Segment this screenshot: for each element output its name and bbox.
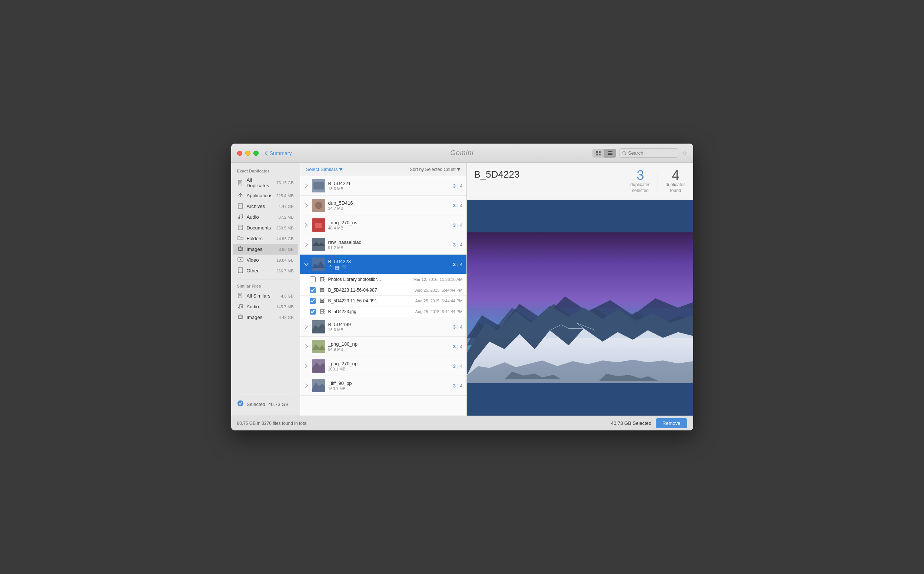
preview-pane: B_5D4223 3 duplicatesselected 4 duplicat… <box>467 163 693 416</box>
search-box[interactable] <box>619 148 678 158</box>
group-thumb-B_5D4221 <box>312 179 325 192</box>
group-size-B_5D4221: 13.6 MB <box>328 186 450 191</box>
dropdown-arrow-icon <box>339 168 343 171</box>
file-checkbox-b5d4223-987[interactable] <box>310 287 316 293</box>
bottom-selected: 40.73 GB Selected <box>611 420 651 426</box>
similars-doc-icon <box>237 292 244 298</box>
group-dng_270_ns[interactable]: _dng_270_ns 48.4 MB 3 | 4 <box>300 215 467 235</box>
minimize-button[interactable] <box>245 151 250 156</box>
sidebar-item-audio[interactable]: Audio 87.2 MB <box>231 212 300 222</box>
file-row-photos-lib[interactable]: 🖼 Photos Library.photoslibr… Mar 12, 201… <box>300 274 467 285</box>
chevron-right-icon <box>304 203 309 208</box>
group-size-B_5D4199: 13.6 MB <box>328 328 450 332</box>
list-view-button[interactable] <box>604 149 616 158</box>
bookmark-button[interactable]: ☆ <box>681 149 687 157</box>
sidebar-item-video[interactable]: Video 19.84 GB <box>231 255 300 265</box>
group-dup_5D416[interactable]: dup_5D416 14.7 MB 3 | 4 <box>300 196 467 215</box>
sidebar: Exact Duplicates All Duplicates 76.15 GB <box>231 163 300 416</box>
similar-files-label: Similar Files <box>231 282 300 290</box>
selected-size: 40.73 GB <box>268 402 289 407</box>
sidebar-item-folders[interactable]: Folders 44.96 GB <box>231 233 300 244</box>
sidebar-item-archives[interactable]: Archives 1.47 GB <box>231 201 300 212</box>
sidebar-item-documents[interactable]: Documents 330.5 MB <box>231 222 300 233</box>
grid-view-button[interactable] <box>592 149 604 158</box>
svg-rect-5 <box>608 153 612 154</box>
group-B_5D4221[interactable]: B_5D4221 13.6 MB 3 | 4 <box>300 176 467 196</box>
sidebar-item-audio-similar[interactable]: Audio 145.7 MB <box>231 301 300 312</box>
group-tiff_90_pp[interactable]: _tiff_90_pp 160.1 MB 3 | 4 <box>300 376 467 396</box>
app-title: Gemini <box>450 149 473 157</box>
back-button[interactable]: Summary <box>264 150 292 156</box>
select-similars-button[interactable]: Select Similars <box>306 167 343 172</box>
svg-marker-33 <box>457 168 460 171</box>
count-selected-png_270_np: 3 <box>453 363 456 369</box>
svg-rect-0 <box>596 151 598 153</box>
group-thumb-B_5D4223 <box>312 257 325 271</box>
file-date-b5d4223-jpg: Aug 25, 2015, 6:44:44 PM <box>415 309 463 314</box>
chevron-down-icon <box>304 262 309 267</box>
search-input[interactable] <box>628 150 675 156</box>
group-raw_hasselblad[interactable]: raw_hasselblad 91.2 MB 3 | 4 <box>300 235 467 255</box>
count-selected-dup_5D416: 3 <box>453 203 456 208</box>
share-action-icon[interactable]: ⇧ <box>328 264 333 270</box>
stat-label-selected: duplicatesselected <box>630 182 650 194</box>
heart-action-icon[interactable]: ♡ <box>342 264 347 270</box>
film-icon <box>237 257 244 262</box>
sidebar-item-images[interactable]: Images 8.96 GB <box>233 244 298 255</box>
applications-size: 225.4 MB <box>276 194 293 198</box>
svg-point-21 <box>239 248 242 251</box>
archive-icon <box>237 203 244 209</box>
all-similars-icon <box>237 292 244 300</box>
sort-button[interactable]: Sort by Selected Count <box>410 167 460 172</box>
file-row-b5d4223-987[interactable]: 🖼 B_5D4223 11-56-04-987 Aug 25, 2015, 6:… <box>300 285 467 296</box>
group-counts-B_5D4221: 3 | 4 <box>453 183 463 189</box>
main-content: Exact Duplicates All Duplicates 76.15 GB <box>231 163 693 416</box>
documents-name: Documents <box>247 225 274 230</box>
group-B_5D4223[interactable]: B_5D4223 ⇧ ▦ ♡ 3 | 4 <box>300 255 467 274</box>
file-list-pane: Select Similars Sort by Selected Count <box>300 163 467 416</box>
file-list-scroll[interactable]: B_5D4221 13.6 MB 3 | 4 <box>300 176 467 416</box>
file-list-header: Select Similars Sort by Selected Count <box>300 163 467 176</box>
group-thumb-dng_270_ns <box>312 218 325 232</box>
group-B_5D4199[interactable]: B_5D4199 13.6 MB 3 | 4 <box>300 317 467 337</box>
chevron-right-icon <box>304 324 309 330</box>
calendar-action-icon[interactable]: ▦ <box>335 264 340 270</box>
close-button[interactable] <box>237 151 242 156</box>
file-checkbox-b5d4223-jpg[interactable] <box>310 309 316 315</box>
file-name-b5d4223-987: B_5D4223 11-56-04-987 <box>328 287 412 293</box>
maximize-button[interactable] <box>253 151 259 156</box>
sidebar-item-applications[interactable]: Applications 225.4 MB <box>231 190 300 201</box>
sidebar-item-other[interactable]: Other 266.7 MB <box>231 265 300 276</box>
file-icon <box>237 267 244 273</box>
all-duplicates-size: 76.15 GB <box>276 181 293 185</box>
sidebar-item-images-similar[interactable]: Images 4.45 GB <box>231 312 300 323</box>
audio-similar-name: Audio <box>247 304 274 309</box>
images-sim-icon <box>237 314 244 321</box>
file-row-b5d4223-991[interactable]: 🖼 B_5D4223 11-56-04-991 Aug 25, 2015, 6:… <box>300 296 467 306</box>
file-row-b5d4223-jpg[interactable]: 🖼 B_5D4223.jpg Aug 25, 2015, 6:44:44 PM <box>300 306 467 317</box>
bottom-bar: 80.75 GB in 3276 files found in total 40… <box>231 416 693 430</box>
group-name-png_180_np: _png_180_np <box>328 341 450 347</box>
camera-icon <box>237 246 244 252</box>
preview-header: B_5D4223 3 duplicatesselected 4 duplicat… <box>467 163 693 200</box>
svg-point-16 <box>238 217 240 219</box>
archives-icon <box>237 203 244 210</box>
file-type-icon-photos-lib: 🖼 <box>319 276 325 282</box>
file-checkbox-b5d4223-991[interactable] <box>310 298 316 304</box>
sidebar-item-all-similars[interactable]: All Similars 4.6 GB <box>231 290 300 301</box>
chevron-right-icon <box>304 183 309 188</box>
file-checkbox-photos-lib[interactable] <box>310 276 316 282</box>
count-total-png_180_np: 4 <box>460 344 462 349</box>
group-info-dup_5D416: dup_5D416 14.7 MB <box>328 200 450 211</box>
chevron-right-icon <box>304 363 309 369</box>
audio-size: 87.2 MB <box>278 215 294 219</box>
remove-button[interactable]: Remove <box>656 418 687 428</box>
images-similar-name: Images <box>247 315 276 320</box>
group-png_270_np[interactable]: _png_270_np 100.1 MB 3 | 4 <box>300 356 467 376</box>
applications-icon <box>237 192 244 199</box>
group-png_180_np[interactable]: _png_180_np 94.9 MB 3 | 4 <box>300 337 467 356</box>
count-selected-B_5D4199: 3 <box>453 324 456 330</box>
svg-point-37 <box>315 202 322 209</box>
view-toggle <box>592 149 616 158</box>
sidebar-item-all-duplicates[interactable]: All Duplicates 76.15 GB <box>231 175 300 190</box>
